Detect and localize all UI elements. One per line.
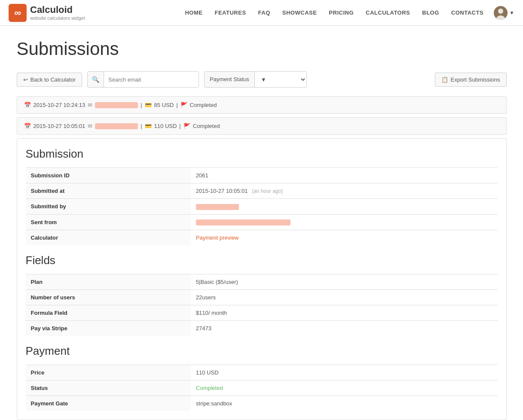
status-completed-badge: Completed [196,385,223,391]
nav-blog[interactable]: BLOG [416,0,445,26]
submitted-by-value [191,199,498,215]
sent-from-row: Sent from [26,214,498,230]
sent-from-value [191,214,498,230]
field-label-formula: Formula Field [26,305,191,321]
nav-pricing[interactable]: PRICING [323,0,360,26]
field-row-stripe: Pay via Stripe 27473 [26,321,498,336]
payment-section-title: Payment [26,344,498,358]
separator-2: | [176,102,177,108]
field-label-stripe: Pay via Stripe [26,321,191,336]
detail-section: Submission Submission ID 2061 Submitted … [17,138,507,420]
brand-name: Calculoid [30,5,85,15]
payment-status-label: Payment Status [205,72,255,87]
separator-4: | [179,123,180,129]
back-arrow-icon: ↩ [23,76,28,83]
flag-icon-1: 🚩 [180,102,187,108]
email-icon-1: ✉ [88,102,92,108]
payment-price-label: Price [26,365,191,380]
time-ago: (an hour ago) [252,188,283,194]
payment-price-value: 110 USD [191,365,498,380]
search-input[interactable] [104,72,199,87]
payment-table: Price 110 USD Status Completed Payment G… [26,365,498,411]
email-icon-2: ✉ [88,123,92,129]
toolbar: ↩ Back to Calculator 🔍 Payment Status ▼ … [17,71,507,88]
submission-id-value: 2061 [191,168,498,183]
main-content: Submissions ↩ Back to Calculator 🔍 Payme… [8,26,515,420]
nav-features[interactable]: FEATURES [208,0,252,26]
submission-row-2[interactable]: 📅 2015-10-27 10:05:01 ✉ | 💳 110 USD | 🚩 … [17,117,507,135]
payment-gate-value: stripe:sandbox [191,396,498,411]
separator-3: | [141,123,142,129]
sent-from-label: Sent from [26,214,191,230]
export-button-label: Export Submissions [451,76,500,83]
submission-id-row: Submission ID 2061 [26,168,498,183]
export-submissions-button[interactable]: 📋 Export Submissions [435,73,507,87]
navbar: ∞ Calculoid website calculators widget H… [0,0,523,26]
svg-text:∞: ∞ [14,7,21,18]
submission-table: Submission ID 2061 Submitted at 2015-10-… [26,167,498,245]
nav-showcase[interactable]: SHOWCASE [276,0,323,26]
field-value-formula: $110/ month [191,305,498,321]
back-to-calculator-button[interactable]: ↩ Back to Calculator [17,73,83,87]
logo-icon: ∞ [9,4,27,22]
field-label-users: Number of users [26,290,191,305]
brand-logo[interactable]: ∞ Calculoid website calculators widget [9,4,85,22]
export-icon: 📋 [441,76,448,83]
submission-date-2: 2015-10-27 10:05:01 [34,123,86,129]
calendar-icon-2: 📅 [24,123,31,129]
payment-status-row: Status Completed [26,380,498,396]
submitted-at-label: Submitted at [26,183,191,199]
calculator-row: Calculator Payment preview [26,230,498,246]
page-title: Submissions [17,39,507,59]
email-blurred-2 [95,123,138,129]
submission-id-label: Submission ID [26,168,191,183]
nav-home[interactable]: HOME [179,0,208,26]
separator-1: | [141,102,142,108]
payment-status-select[interactable]: ▼ Completed Pending Failed [255,72,306,87]
user-dropdown-caret: ▼ [509,10,514,16]
submission-amount-1: 85 USD [154,102,174,108]
submission-row-1[interactable]: 📅 2015-10-27 10:24:13 ✉ | 💳 85 USD | 🚩 C… [17,96,507,114]
field-label-plan: Plan [26,274,191,290]
field-row-plan: Plan 5|Basic ($5/user) [26,274,498,290]
svg-point-3 [498,9,503,14]
fields-table: Plan 5|Basic ($5/user) Number of users 2… [26,274,498,336]
field-value-users: 22users [191,290,498,305]
sent-from-blurred [196,219,291,225]
submitted-by-label: Submitted by [26,199,191,215]
field-value-plan: 5|Basic ($5/user) [191,274,498,290]
calculator-value: Payment preview [191,230,498,246]
field-value-stripe: 27473 [191,321,498,336]
submitted-by-blurred [196,204,239,210]
nav-faq[interactable]: FAQ [252,0,276,26]
payment-status-filter: Payment Status ▼ Completed Pending Faile… [204,71,307,88]
calculator-label: Calculator [26,230,191,246]
payment-icon-2: 💳 [145,123,152,129]
payment-status-value: Completed [191,380,498,396]
payment-gate-row: Payment Gate stripe:sandbox [26,396,498,411]
user-avatar [494,6,508,20]
submitted-at-row: Submitted at 2015-10-27 10:05:01 (an hou… [26,183,498,199]
field-row-users: Number of users 22users [26,290,498,305]
submission-status-2: Completed [193,123,220,129]
payment-gate-label: Payment Gate [26,396,191,411]
calculator-link[interactable]: Payment preview [196,234,239,241]
flag-icon-2: 🚩 [184,123,190,129]
payment-icon-1: 💳 [145,102,152,108]
nav-calculators[interactable]: CALCULATORS [360,0,416,26]
brand-tagline: website calculators widget [30,15,85,21]
search-group: 🔍 [87,71,199,88]
submission-amount-2: 110 USD [154,123,177,129]
nav-user[interactable]: ▼ [494,6,514,20]
submitted-by-row: Submitted by [26,199,498,215]
field-row-formula: Formula Field $110/ month [26,305,498,321]
calendar-icon-1: 📅 [24,102,31,108]
nav-contacts[interactable]: CONTACTS [445,0,489,26]
fields-section-title: Fields [26,254,498,267]
payment-status-label-cell: Status [26,380,191,396]
back-button-label: Back to Calculator [31,76,76,83]
submission-date-1: 2015-10-27 10:24:13 [34,102,86,108]
payment-price-row: Price 110 USD [26,365,498,380]
email-blurred-1 [95,102,138,108]
search-icon: 🔍 [88,72,104,87]
